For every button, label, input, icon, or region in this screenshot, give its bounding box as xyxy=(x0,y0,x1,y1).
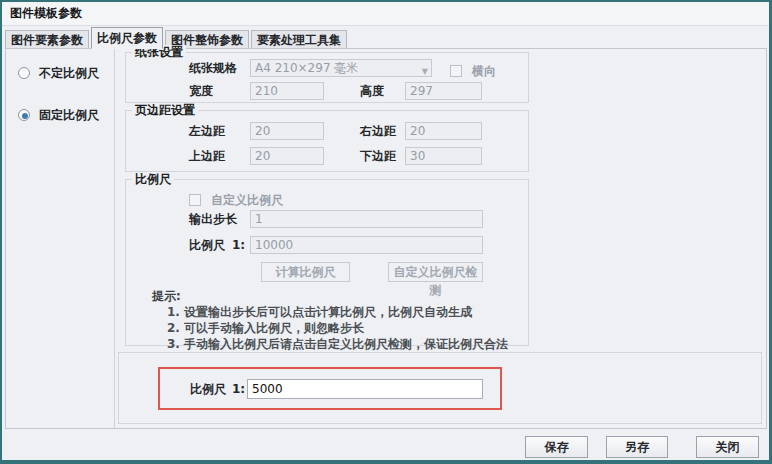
tips-title: 提示: xyxy=(152,288,181,305)
paper-height-field: 297 xyxy=(405,82,482,100)
margin-top-field: 20 xyxy=(250,147,324,165)
radio-fixed-scale-label: 固定比例尺 xyxy=(39,108,99,122)
window-title: 图件模板参数 xyxy=(10,6,82,20)
close-button[interactable]: 关闭 xyxy=(696,436,759,458)
radio-selected-icon xyxy=(18,109,30,121)
scale-ratio-field: 10000 xyxy=(250,236,483,254)
output-scale-prefix: 1: xyxy=(232,380,245,398)
margin-bottom-label: 下边距 xyxy=(360,147,396,165)
output-step-label: 输出步长 xyxy=(189,210,237,228)
paper-width-label: 宽度 xyxy=(189,82,213,100)
save-as-button[interactable]: 另存 xyxy=(606,436,668,458)
scale-group: 比例尺 自定义比例尺 输出步长 1 比例尺 1: 10000 计算比例尺 自定义… xyxy=(125,179,529,346)
custom-scale-label: 自定义比例尺 xyxy=(211,193,283,207)
tab-map-element-params[interactable]: 图件要素参数 xyxy=(5,30,89,49)
tab-scale-params[interactable]: 比例尺参数 xyxy=(91,27,163,49)
scale-ratio-prefix: 1: xyxy=(232,236,245,254)
scale-mode-panel: 不定比例尺 固定比例尺 xyxy=(6,49,115,428)
radio-unselected-icon xyxy=(18,67,30,79)
margin-left-label: 左边距 xyxy=(189,122,225,140)
output-scale-label: 比例尺 xyxy=(190,380,226,398)
dialog-window: 图件模板参数 图件要素参数比例尺参数图件整饰参数要素处理工具集 不定比例尺 固定… xyxy=(0,0,772,464)
check-custom-scale-button: 自定义比例尺检测 xyxy=(388,262,483,282)
margin-right-field: 20 xyxy=(405,122,482,140)
output-step-field: 1 xyxy=(250,210,483,228)
tab-content-panel: 不定比例尺 固定比例尺 纸张设置 纸张规格 A4 210×297 毫米 ▼ 横向… xyxy=(5,48,767,429)
save-button[interactable]: 保存 xyxy=(525,436,588,458)
landscape-checkbox: 横向 xyxy=(450,60,496,80)
scale-group-title: 比例尺 xyxy=(132,172,174,186)
margin-settings-group: 页边距设置 左边距 20 右边距 20 上边距 20 下边距 30 xyxy=(125,110,529,172)
radio-variable-scale-label: 不定比例尺 xyxy=(39,66,99,80)
tip-note-2: 2. 可以手动输入比例尺，则忽略步长 xyxy=(167,320,364,337)
output-scale-input[interactable] xyxy=(247,379,483,399)
checkbox-icon xyxy=(189,194,201,206)
margin-left-field: 20 xyxy=(250,122,324,140)
tip-note-3: 3. 手动输入比例尺后请点击自定义比例尺检测，保证比例尺合法 xyxy=(167,336,508,353)
tab-element-toolset[interactable]: 要素处理工具集 xyxy=(251,30,347,49)
checkbox-icon xyxy=(450,65,462,77)
margin-settings-title: 页边距设置 xyxy=(132,103,198,117)
custom-scale-checkbox: 自定义比例尺 xyxy=(189,189,283,209)
calc-scale-button: 计算比例尺 xyxy=(261,262,350,282)
paper-spec-label: 纸张规格 xyxy=(189,59,237,77)
title-bar: 图件模板参数 xyxy=(2,2,769,26)
margin-top-label: 上边距 xyxy=(189,147,225,165)
paper-width-field: 210 xyxy=(250,82,324,100)
paper-settings-group: 纸张设置 纸张规格 A4 210×297 毫米 ▼ 横向 宽度 210 高度 2… xyxy=(125,52,529,103)
paper-height-label: 高度 xyxy=(360,82,384,100)
scale-ratio-label: 比例尺 xyxy=(189,236,225,254)
margin-right-label: 右边距 xyxy=(360,122,396,140)
tab-bar: 图件要素参数比例尺参数图件整饰参数要素处理工具集 xyxy=(5,27,765,48)
radio-variable-scale[interactable]: 不定比例尺 xyxy=(18,65,99,79)
output-scale-group: 比例尺 1: xyxy=(118,352,762,424)
paper-spec-value: A4 210×297 毫米 xyxy=(255,61,358,75)
radio-fixed-scale[interactable]: 固定比例尺 xyxy=(18,107,99,121)
landscape-label: 横向 xyxy=(472,64,496,78)
margin-bottom-field: 30 xyxy=(405,147,482,165)
tip-note-1: 1. 设置输出步长后可以点击计算比例尺，比例尺自动生成 xyxy=(167,304,472,321)
chevron-down-icon: ▼ xyxy=(422,64,428,77)
paper-spec-dropdown: A4 210×297 毫米 ▼ xyxy=(250,59,432,77)
